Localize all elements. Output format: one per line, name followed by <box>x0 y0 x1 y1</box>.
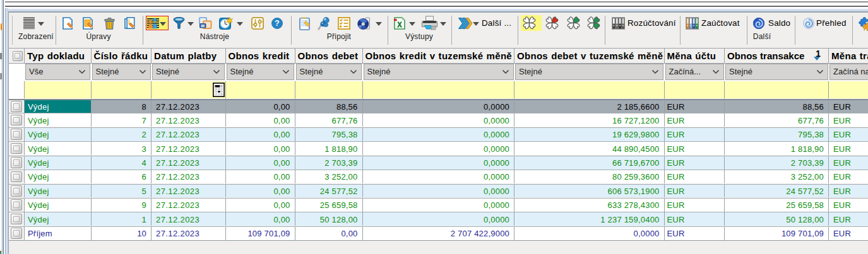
svg-text:?: ? <box>275 18 280 28</box>
